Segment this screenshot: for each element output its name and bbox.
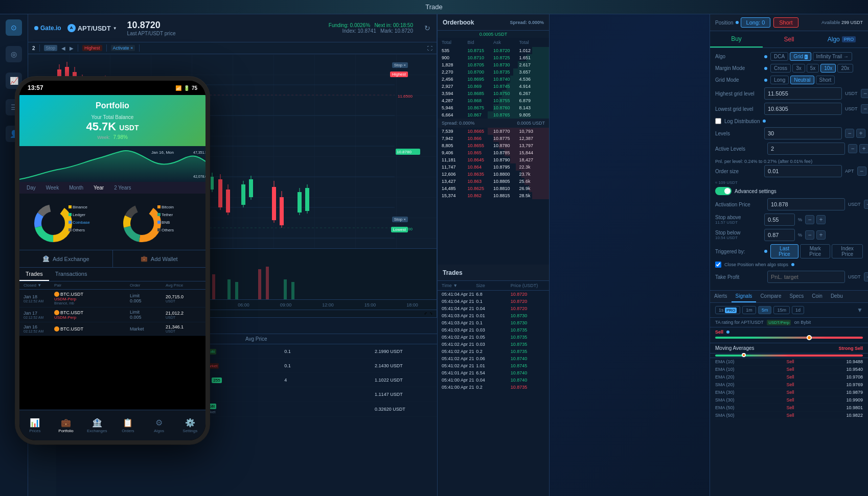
order-size-input[interactable] — [764, 165, 842, 177]
stop-below-plus[interactable]: + — [816, 230, 826, 240]
week-tab[interactable]: Week — [43, 184, 62, 192]
year-tab[interactable]: Year — [90, 184, 107, 192]
close-position-checkbox[interactable] — [715, 262, 721, 268]
lowest-level: Lowest — [391, 224, 408, 233]
chart-type[interactable]: 2 — [32, 45, 35, 51]
short-grid-btn[interactable]: Short — [816, 76, 835, 84]
ma-row: EMA (20)Sell10.9708 — [715, 373, 863, 381]
svg-rect-118 — [157, 228, 161, 231]
20x-btn[interactable]: 20x — [837, 64, 853, 73]
activation-minus[interactable]: − — [864, 200, 869, 209]
stop-above-input[interactable] — [764, 214, 795, 226]
trades-tab[interactable]: Trades — [19, 268, 49, 281]
lowest-grid-row: Lowest grid level USDT − + — [715, 103, 863, 115]
long-btn[interactable]: Long — [770, 76, 789, 84]
add-exchange-btn[interactable]: 🏦 Add Exchange — [19, 250, 113, 267]
transactions-tab[interactable]: Transactions — [49, 268, 94, 281]
chart-nav-left[interactable]: ◀ — [61, 45, 65, 51]
activation-input[interactable] — [767, 198, 845, 210]
buy-tab[interactable]: Buy — [710, 31, 763, 48]
2years-tab[interactable]: 2 Years — [111, 184, 134, 192]
levels-plus[interactable]: + — [856, 129, 865, 138]
tp-minus[interactable]: − — [864, 272, 869, 281]
tf-1s[interactable]: 1s PRO — [715, 306, 740, 314]
active-minus[interactable]: − — [848, 144, 857, 153]
tf-dropdown[interactable]: ▼ — [857, 306, 863, 314]
trading-panel: Position Long: 0 Short Available 299 USD… — [710, 14, 868, 496]
grid-mode-btn-group: Long Neutral Short — [770, 76, 835, 84]
tf-15m[interactable]: 15m — [773, 306, 790, 314]
sidebar-icon-chart[interactable]: ⊙ — [6, 19, 22, 36]
log-dist-checkbox[interactable] — [715, 118, 721, 124]
levels-minus[interactable]: − — [845, 129, 854, 138]
tf-1m[interactable]: 1m — [742, 306, 756, 314]
take-profit-input[interactable] — [767, 271, 845, 283]
app-title: Trade — [425, 3, 442, 11]
ob-row: 2,45610.869510.87404.536 — [438, 76, 549, 83]
infinity-btn[interactable]: Infinity Trail → — [813, 52, 852, 61]
short-tab[interactable]: Short — [773, 17, 798, 28]
highest-minus[interactable]: − — [861, 89, 869, 98]
pair-selector[interactable]: A APT/USDT ▼ — [67, 24, 117, 32]
price-label: Last APT/USDT price — [127, 31, 176, 36]
nav-settings[interactable]: ⚙️ Settings — [174, 410, 205, 440]
dca-btn[interactable]: DCA — [770, 52, 788, 61]
compare-tab[interactable]: Compare — [756, 291, 785, 302]
index-price-btn[interactable]: Index Price — [832, 244, 863, 258]
signals-tab[interactable]: Signals — [732, 291, 757, 302]
svg-text:Others: Others — [162, 228, 174, 232]
fullscreen-icon[interactable]: ⛶ — [427, 45, 432, 51]
levels-input[interactable] — [764, 127, 842, 139]
time-8: 12:00 — [322, 302, 334, 308]
neutral-btn[interactable]: Neutral — [790, 76, 814, 84]
highest-grid-input[interactable] — [764, 87, 842, 100]
refresh-icon[interactable]: ↻ — [424, 24, 430, 32]
algo-tab[interactable]: Algo PRO — [815, 31, 868, 48]
sidebar-icon-market[interactable]: ◎ — [6, 46, 22, 62]
nav-algos[interactable]: ⚙ Algos — [144, 410, 175, 440]
chart-nav-right[interactable]: ▶ — [70, 45, 74, 51]
usdt-label3: USDT — [848, 202, 861, 207]
nav-orders[interactable]: 📋 Orders — [112, 410, 144, 440]
month-tab[interactable]: Month — [66, 184, 86, 192]
active-plus[interactable]: + — [859, 144, 868, 153]
specs-tab[interactable]: Specs — [786, 291, 808, 302]
ob-row: 8,80510.865510.878013,797 — [438, 142, 549, 149]
order-minus[interactable]: − — [857, 167, 866, 176]
debug-tab[interactable]: Debu — [827, 291, 847, 302]
5x-btn[interactable]: 5x — [807, 64, 819, 73]
long-tab[interactable]: Long: 0 — [741, 17, 771, 28]
coin-tab[interactable]: Coin — [808, 291, 827, 302]
10x-btn[interactable]: 10x — [820, 64, 836, 73]
trade-row: 05:41:04 Apr 216.810.8720 — [438, 291, 549, 298]
tf-1d[interactable]: 1d — [792, 306, 804, 314]
advanced-settings-row: Advanced settings — [715, 187, 863, 195]
stop-above-minus[interactable]: − — [805, 215, 814, 224]
svg-rect-89 — [258, 269, 261, 299]
lowest-grid-input[interactable] — [764, 103, 842, 115]
settings-icon: ⚙️ — [185, 418, 195, 428]
alerts-tab[interactable]: Alerts — [710, 291, 732, 302]
ob-spread: Spread: 0.000% 0.0005 USDT — [438, 119, 549, 128]
cross-btn[interactable]: Cross — [770, 64, 791, 73]
ma-header: Moving Averages Strong Sell — [710, 343, 868, 353]
grid-btn[interactable]: Grid i — [790, 52, 811, 61]
ob-row: 15,37410.86210.881528.5k — [438, 192, 549, 199]
lowest-minus[interactable]: − — [861, 104, 869, 113]
tf-5m[interactable]: 5m — [758, 306, 772, 314]
3x-btn[interactable]: 3x — [792, 64, 805, 73]
last-price-btn[interactable]: Last Price — [770, 244, 799, 258]
day-tab[interactable]: Day — [24, 184, 39, 192]
mark-price-btn[interactable]: Mark Price — [800, 244, 830, 258]
stop-below-input[interactable] — [764, 229, 795, 241]
advanced-toggle[interactable] — [715, 187, 732, 195]
nav-prices[interactable]: 📊 Prices — [19, 410, 51, 440]
nav-exchanges[interactable]: 🏦 Exchanges — [81, 410, 112, 440]
add-wallet-btn[interactable]: 💼 Add Wallet — [113, 250, 206, 267]
active-levels-input[interactable] — [767, 143, 845, 155]
sell-tab[interactable]: Sell — [763, 31, 815, 48]
nav-portfolio[interactable]: 💼 Portfolio — [51, 410, 82, 440]
stop-above-plus[interactable]: + — [816, 215, 826, 224]
stop-below-minus[interactable]: − — [805, 230, 814, 240]
svg-rect-90 — [266, 267, 269, 299]
